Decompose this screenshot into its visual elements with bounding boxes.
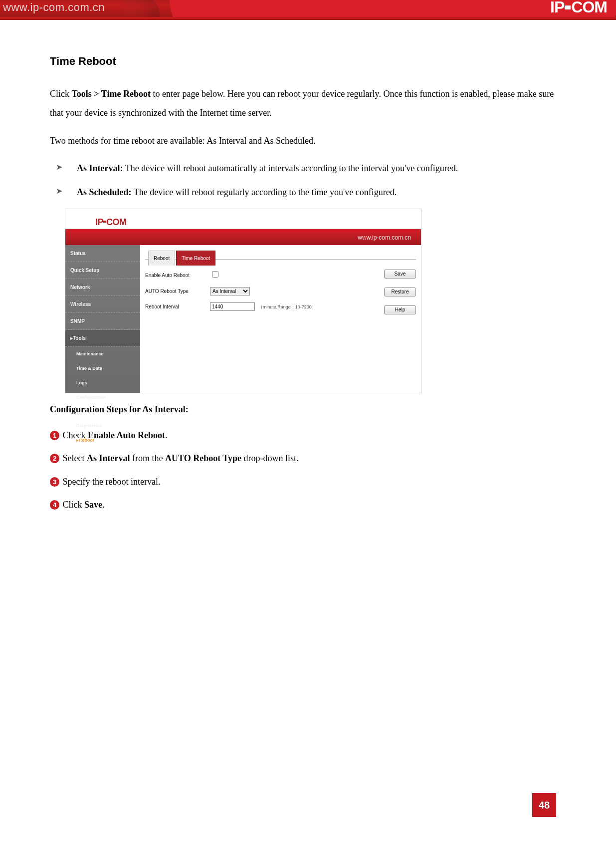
step-num-icon: 4 <box>50 500 59 510</box>
step-4: 4 Click Save. <box>50 497 566 513</box>
tab-reboot[interactable]: Reboot <box>148 251 175 266</box>
bullet-bold: As Scheduled: <box>77 187 132 197</box>
row-enable-auto-reboot: Enable Auto Reboot <box>145 270 371 281</box>
sidebar-item-tools[interactable]: Tools <box>65 330 140 347</box>
input-reboot-interval[interactable] <box>210 302 255 311</box>
embed-body: Status Quick Setup Network Wireless SNMP… <box>65 245 421 393</box>
tab-row: RebootTime Reboot <box>145 245 416 260</box>
header-logo: IPCOM <box>550 0 607 16</box>
intro-paragraph: Click Tools > Time Reboot to enter page … <box>50 85 566 123</box>
embed-logo: IPCOM. <box>95 213 127 232</box>
sidebar-item-status[interactable]: Status <box>65 245 140 262</box>
help-button[interactable]: Help <box>384 305 416 314</box>
sidebar-item-snmp[interactable]: SNMP <box>65 313 140 330</box>
hint-interval-range: （minute,Range：10-7200） <box>258 304 316 309</box>
sidebar-sub-logs[interactable]: Logs <box>65 376 140 390</box>
section-title: Time Reboot <box>50 50 566 73</box>
step-num-icon: 2 <box>50 454 59 463</box>
step-3: 3 Specify the reboot interval. <box>50 474 566 490</box>
sidebar-item-wireless[interactable]: Wireless <box>65 296 140 313</box>
embedded-screenshot: IPCOM. www.ip-com.com.cn Status Quick Se… <box>65 209 421 393</box>
intro-bold: Tools > Time Reboot <box>72 89 151 99</box>
bullet-text: The device will reboot automatically at … <box>123 163 458 173</box>
label-interval: Reboot Interval <box>145 301 210 312</box>
page-header-banner: www.ip-com.com.cn IPCOM <box>0 0 616 17</box>
step-2: 2 Select As Interval from the AUTO Reboo… <box>50 450 566 466</box>
label-type: AUTO Reboot Type <box>145 286 210 296</box>
bullet-list: As Interval: The device will reboot auto… <box>50 160 566 201</box>
bullet-as-interval: As Interval: The device will reboot auto… <box>62 160 566 177</box>
sidebar-sub-maintenance[interactable]: Maintenance <box>65 347 140 361</box>
save-button[interactable]: Save <box>384 270 416 279</box>
embed-main: RebootTime Reboot Enable Auto Reboot AUT… <box>140 245 421 393</box>
embed-header: IPCOM. <box>65 209 421 229</box>
document-content: Time Reboot Click Tools > Time Reboot to… <box>0 20 616 513</box>
embed-url: www.ip-com.com.cn <box>358 234 411 241</box>
sidebar-nav: Status Quick Setup Network Wireless SNMP… <box>65 245 140 393</box>
sidebar-item-quicksetup[interactable]: Quick Setup <box>65 262 140 279</box>
bullet-text: The device will reboot regularly accordi… <box>132 187 397 197</box>
header-url: www.ip-com.com.cn <box>3 1 105 14</box>
row-reboot-interval: Reboot Interval （minute,Range：10-7200） <box>145 301 371 312</box>
methods-line: Two methods for time reboot are availabl… <box>50 132 566 151</box>
step-num-icon: 3 <box>50 477 59 487</box>
sidebar-sub-timedate[interactable]: Time & Date <box>65 361 140 376</box>
step-num-icon: 1 <box>50 431 59 440</box>
steps-title: Configuration Steps for As Interval: <box>50 400 566 419</box>
checkbox-enable-auto-reboot[interactable] <box>212 271 218 278</box>
form-area: Enable Auto Reboot AUTO Reboot Type As I… <box>145 260 416 323</box>
page-number: 48 <box>532 793 556 817</box>
row-reboot-type: AUTO Reboot Type As Interval <box>145 286 371 296</box>
label-enable: Enable Auto Reboot <box>145 270 210 281</box>
intro-prefix: Click <box>50 89 72 99</box>
form-left: Enable Auto Reboot AUTO Reboot Type As I… <box>145 270 371 323</box>
restore-button[interactable]: Restore <box>384 287 416 296</box>
bullet-bold: As Interval: <box>77 163 123 173</box>
sidebar-item-network[interactable]: Network <box>65 279 140 296</box>
select-auto-reboot-type[interactable]: As Interval <box>210 287 250 295</box>
step-1: 1 Check Enable Auto Reboot. <box>50 427 566 443</box>
form-right-buttons: Save Restore Help <box>371 270 416 323</box>
tab-time-reboot[interactable]: Time Reboot <box>176 251 215 266</box>
bullet-as-scheduled: As Scheduled: The device will reboot reg… <box>62 184 566 201</box>
